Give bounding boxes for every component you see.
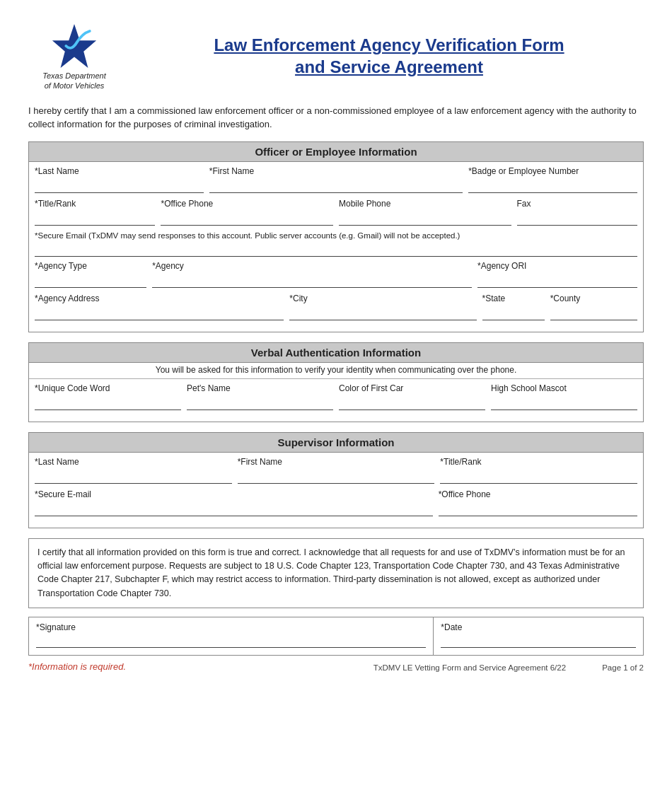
first-name-label: *First Name <box>209 166 463 176</box>
sup-last-name-field: *Last Name <box>35 457 235 484</box>
sup-office-phone-field: *Office Phone <box>436 489 637 516</box>
city-field: *City <box>286 294 479 320</box>
county-input[interactable] <box>550 305 637 320</box>
agency-address-input[interactable] <box>35 305 284 320</box>
high-school-mascot-label: High School Mascot <box>491 383 637 393</box>
date-input[interactable] <box>441 632 636 648</box>
date-label: *Date <box>441 622 462 632</box>
sup-first-name-label: *First Name <box>238 457 435 467</box>
title-rank-input[interactable] <box>35 210 155 226</box>
officer-row-4: *Agency Type *Agency *Agency ORI <box>35 261 637 288</box>
page-number: Page 1 of 2 <box>602 663 644 672</box>
certification-box: I certify that all information provided … <box>28 538 644 609</box>
secure-email-row: *Secure Email (TxDMV may send responses … <box>35 231 637 257</box>
supervisor-row-1: *Last Name *First Name *Title/Rank <box>35 457 637 484</box>
signature-label: *Signature <box>36 622 76 632</box>
verbal-section-header: Verbal Authentication Information <box>29 343 643 363</box>
agency-type-field: *Agency Type <box>35 261 149 288</box>
first-name-field: *First Name <box>207 166 465 193</box>
mobile-phone-label: Mobile Phone <box>339 199 511 209</box>
high-school-mascot-input[interactable] <box>491 395 637 410</box>
sup-office-phone-label: *Office Phone <box>439 489 637 499</box>
last-name-input[interactable] <box>35 178 204 193</box>
supervisor-row-2: *Secure E-mail *Office Phone <box>35 489 637 516</box>
agency-input[interactable] <box>152 272 472 288</box>
last-name-label: *Last Name <box>35 166 204 176</box>
color-first-car-input[interactable] <box>339 395 485 410</box>
signature-section: *Signature *Date <box>28 617 644 656</box>
page-header: Texas Department of Motor Vehicles Law E… <box>28 21 644 91</box>
verbal-section-subheader: You will be asked for this information t… <box>29 363 643 379</box>
sup-title-rank-field: *Title/Rank <box>437 457 637 484</box>
title-rank-field: *Title/Rank <box>35 199 158 226</box>
signature-input[interactable] <box>36 632 426 648</box>
high-school-mascot-field: High School Mascot <box>488 383 637 410</box>
sup-office-phone-input[interactable] <box>439 501 637 516</box>
sup-secure-email-field: *Secure E-mail <box>35 489 436 516</box>
supervisor-section-body: *Last Name *First Name *Title/Rank *Secu… <box>29 453 643 528</box>
agency-type-input[interactable] <box>35 272 146 288</box>
agency-field: *Agency <box>149 261 475 288</box>
form-title: Law Enforcement Agency Verification Form… <box>134 34 644 78</box>
office-phone-label: *Office Phone <box>161 199 333 209</box>
mobile-phone-field: Mobile Phone <box>336 199 514 226</box>
secure-email-label: *Secure Email (TxDMV may send responses … <box>35 231 637 240</box>
title-rank-label: *Title/Rank <box>35 199 155 209</box>
color-first-car-label: Color of First Car <box>339 383 485 393</box>
signature-field: *Signature <box>29 617 434 655</box>
sup-last-name-input[interactable] <box>35 468 232 484</box>
last-name-field: *Last Name <box>35 166 207 193</box>
form-note-text: TxDMV LE Vetting Form and Service Agreem… <box>373 663 566 672</box>
city-input[interactable] <box>289 305 476 320</box>
secure-email-input[interactable] <box>35 241 637 257</box>
date-field: *Date <box>434 617 643 655</box>
logo-text: Texas Department of Motor Vehicles <box>42 71 105 91</box>
unique-code-field: *Unique Code Word <box>35 383 184 410</box>
county-field: *County <box>548 294 637 320</box>
agency-type-label: *Agency Type <box>35 261 146 271</box>
officer-row-1: *Last Name *First Name *Badge or Employe… <box>35 166 637 193</box>
officer-row-2: *Title/Rank *Office Phone Mobile Phone F… <box>35 199 637 226</box>
first-name-input[interactable] <box>209 178 463 193</box>
office-phone-input[interactable] <box>161 210 333 226</box>
agency-address-field: *Agency Address <box>35 294 286 320</box>
agency-ori-input[interactable] <box>477 272 637 288</box>
state-label: *State <box>482 294 545 303</box>
footer-form-note: TxDMV LE Vetting Form and Service Agreem… <box>373 663 644 672</box>
officer-row-5: *Agency Address *City *State *County <box>35 294 637 320</box>
county-label: *County <box>550 294 637 303</box>
unique-code-input[interactable] <box>35 395 181 410</box>
logo-area: Texas Department of Motor Vehicles <box>28 21 120 91</box>
officer-section: Officer or Employee Information *Last Na… <box>28 141 644 332</box>
sup-last-name-label: *Last Name <box>35 457 232 467</box>
secure-email-field: *Secure Email (TxDMV may send responses … <box>35 231 637 257</box>
fax-input[interactable] <box>517 210 637 226</box>
required-note: *Information is required. <box>28 661 126 672</box>
sup-title-rank-input[interactable] <box>440 468 637 484</box>
office-phone-field: *Office Phone <box>158 199 336 226</box>
supervisor-section-header: Supervisor Information <box>29 433 643 453</box>
page-footer: *Information is required. TxDMV LE Vetti… <box>28 661 644 672</box>
sup-title-rank-label: *Title/Rank <box>440 457 637 467</box>
form-title-area: Law Enforcement Agency Verification Form… <box>134 34 644 78</box>
badge-input[interactable] <box>468 178 637 193</box>
fax-field: Fax <box>514 199 637 226</box>
state-input[interactable] <box>482 305 545 320</box>
verbal-section: Verbal Authentication Information You wi… <box>28 342 644 422</box>
supervisor-section: Supervisor Information *Last Name *First… <box>28 432 644 528</box>
pets-name-field: Pet's Name <box>184 383 336 410</box>
sup-first-name-field: *First Name <box>235 457 438 484</box>
pets-name-label: Pet's Name <box>187 383 333 393</box>
verbal-row-1: *Unique Code Word Pet's Name Color of Fi… <box>35 383 637 410</box>
mobile-phone-input[interactable] <box>339 210 511 226</box>
sup-first-name-input[interactable] <box>238 468 435 484</box>
color-first-car-field: Color of First Car <box>336 383 488 410</box>
pets-name-input[interactable] <box>187 395 333 410</box>
verbal-section-body: *Unique Code Word Pet's Name Color of Fi… <box>29 379 643 422</box>
badge-label: *Badge or Employee Number <box>468 166 637 176</box>
agency-ori-field: *Agency ORI <box>475 261 637 288</box>
badge-field: *Badge or Employee Number <box>465 166 637 193</box>
sup-secure-email-label: *Secure E-mail <box>35 489 433 499</box>
city-label: *City <box>289 294 476 303</box>
sup-secure-email-input[interactable] <box>35 501 433 516</box>
